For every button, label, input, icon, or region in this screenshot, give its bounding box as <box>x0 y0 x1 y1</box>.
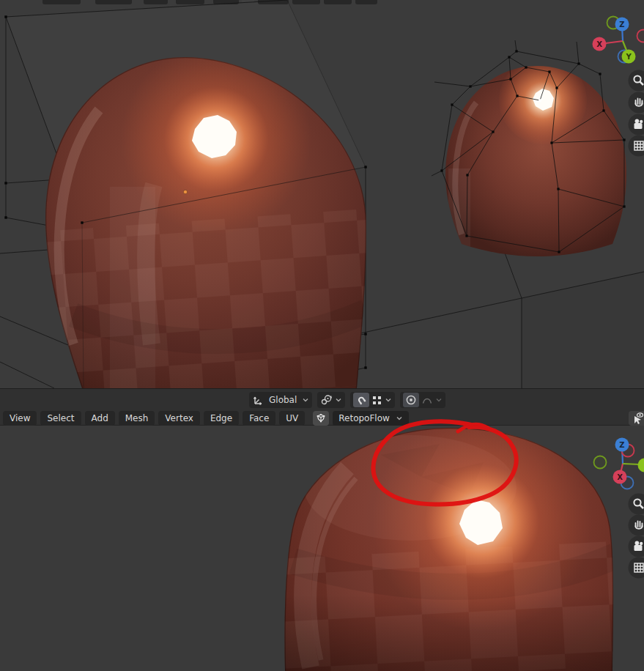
menu-face[interactable]: Face <box>243 411 275 426</box>
orientation-label: Global <box>266 395 300 405</box>
viewport-top[interactable]: Z X Y <box>0 0 644 388</box>
menu-add[interactable]: Add <box>85 411 115 426</box>
header-row-menus: View Select Add Mesh Vertex Edge Face UV <box>0 410 644 426</box>
camera-icon <box>634 541 643 551</box>
axis-z-label: Z <box>619 441 624 449</box>
transform-orientation-dropdown[interactable]: Global <box>249 392 312 408</box>
retopoflow-icon-button[interactable] <box>313 411 329 426</box>
viewport-header: Global <box>0 388 644 426</box>
menu-uv[interactable]: UV <box>279 411 305 426</box>
axis-x-label: X <box>596 40 602 48</box>
proportional-editing-toggle[interactable] <box>403 393 419 407</box>
show-gizmo-toggle[interactable] <box>629 411 644 426</box>
menu-vertex[interactable]: Vertex <box>158 411 200 426</box>
axis-neg-x-icon[interactable] <box>637 30 644 42</box>
menu-mesh[interactable]: Mesh <box>119 411 155 426</box>
snapping-group <box>350 392 395 408</box>
menu-view[interactable]: View <box>3 411 37 426</box>
proportional-editing-icon <box>405 394 417 406</box>
retopoflow-dropdown[interactable]: RetopoFlow <box>333 411 409 426</box>
proportional-editing-group <box>400 392 445 408</box>
chevron-down-icon <box>335 396 342 404</box>
chevron-down-icon <box>396 415 403 422</box>
camera-icon <box>634 119 643 129</box>
cursor-eye-icon <box>632 412 644 425</box>
axis-neg-y-icon[interactable] <box>594 456 607 469</box>
header-row-controls: Global <box>0 391 644 409</box>
snap-toggle-button[interactable] <box>353 393 369 407</box>
pivot-point-icon <box>320 394 333 406</box>
menu-select[interactable]: Select <box>40 411 81 426</box>
active-vertex-point[interactable] <box>183 190 187 193</box>
chevron-down-icon <box>302 396 309 404</box>
viewport-bottom[interactable]: Z X <box>0 426 644 671</box>
chevron-down-icon[interactable] <box>385 396 392 404</box>
selected-vertex[interactable] <box>538 99 541 102</box>
menu-edge[interactable]: Edge <box>204 411 239 426</box>
pivot-point-dropdown[interactable] <box>317 392 345 408</box>
blender-window: Z X Y <box>0 0 644 671</box>
axis-y-label: Y <box>625 53 632 61</box>
chevron-down-icon[interactable] <box>435 396 443 404</box>
axis-x-label: X <box>617 473 623 481</box>
falloff-curve-icon[interactable] <box>421 394 433 406</box>
magnet-icon <box>355 394 367 406</box>
axis-z-label: Z <box>619 21 624 29</box>
snap-increment-icon[interactable] <box>371 395 382 406</box>
retopoflow-icon <box>315 412 327 424</box>
axes-icon <box>252 394 264 406</box>
